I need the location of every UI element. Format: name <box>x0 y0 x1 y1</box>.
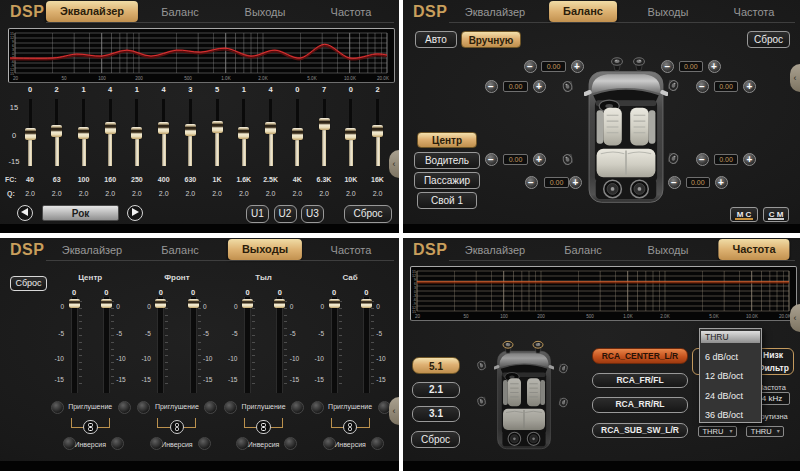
svg-text:20.0K: 20.0K <box>377 76 390 81</box>
svg-text:100: 100 <box>98 76 106 81</box>
svg-text:1.0K: 1.0K <box>623 314 633 319</box>
svg-text:500: 500 <box>586 314 594 319</box>
svg-text:2.0K: 2.0K <box>258 76 268 81</box>
svg-text:100: 100 <box>500 314 508 319</box>
svg-text:10.0K: 10.0K <box>746 314 759 319</box>
svg-text:200: 200 <box>537 314 545 319</box>
svg-text:50: 50 <box>463 314 469 319</box>
svg-text:2.0K: 2.0K <box>660 314 670 319</box>
svg-text:20: 20 <box>13 76 19 81</box>
svg-text:50: 50 <box>61 76 67 81</box>
svg-text:10.0K: 10.0K <box>344 76 357 81</box>
svg-text:200: 200 <box>135 76 143 81</box>
svg-text:500: 500 <box>184 76 192 81</box>
svg-text:1.0K: 1.0K <box>221 76 231 81</box>
svg-text:5.0K: 5.0K <box>307 76 317 81</box>
svg-text:5.0K: 5.0K <box>709 314 719 319</box>
svg-text:20: 20 <box>415 314 421 319</box>
